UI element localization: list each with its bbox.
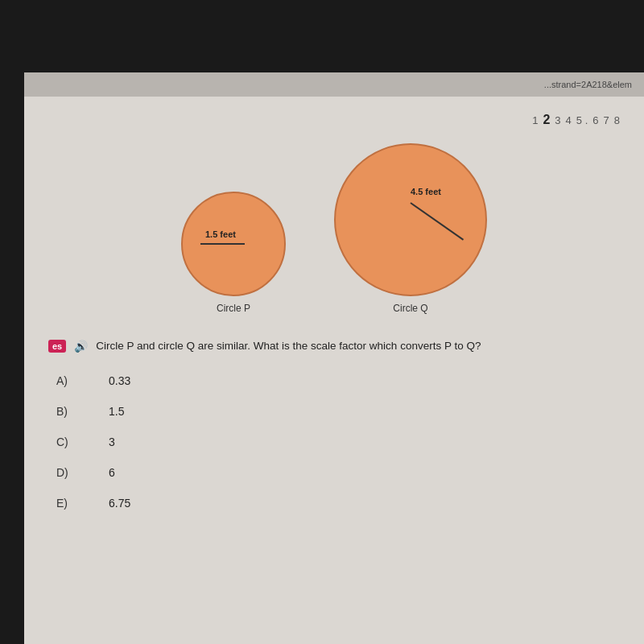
answer-label-e: E): [56, 497, 76, 510]
answer-row-a[interactable]: A) 0.33: [56, 374, 620, 387]
page-5[interactable]: 5 .: [576, 114, 588, 126]
radius-line-q: [410, 202, 464, 241]
answers-section: A) 0.33 B) 1.5 C) 3 D) 6 E) 6.75: [48, 374, 620, 510]
content-area: 1 2 3 4 5 . 6 7 8 1.5 feet Circle P 4.5 …: [24, 97, 644, 644]
answer-row-e[interactable]: E) 6.75: [56, 497, 620, 510]
question-text: Circle P and circle Q are similar. What …: [96, 338, 481, 354]
speaker-icon[interactable]: 🔊: [74, 340, 88, 353]
page-3[interactable]: 3: [555, 114, 560, 126]
circle-q-label: Circle Q: [393, 303, 427, 314]
circle-p: 1.5 feet: [181, 192, 286, 296]
pagination: 1 2 3 4 5 . 6 7 8: [532, 113, 620, 127]
circle-q-radius-label: 4.5 feet: [411, 187, 441, 196]
radius-line-p: [200, 243, 245, 245]
circle-q: 4.5 feet: [334, 143, 487, 296]
answer-value-a: 0.33: [109, 374, 130, 387]
answer-label-b: B): [56, 405, 76, 418]
answer-value-d: 6: [109, 466, 115, 479]
answer-row-c[interactable]: C) 3: [56, 436, 620, 448]
page-6[interactable]: 6: [592, 114, 598, 126]
answer-label-c: C): [56, 436, 76, 448]
answer-value-c: 3: [109, 436, 115, 448]
answer-value-b: 1.5: [109, 405, 124, 418]
page-4[interactable]: 4: [566, 114, 572, 126]
circles-diagram: 1.5 feet Circle P 4.5 feet Circle Q: [48, 143, 620, 314]
circle-q-wrapper: 4.5 feet Circle Q: [334, 143, 487, 314]
url-bar: ...strand=2A218&elem: [24, 72, 644, 97]
es-badge: es: [48, 340, 66, 353]
answer-label-d: D): [56, 466, 76, 479]
circle-p-radius-label: 1.5 feet: [205, 229, 236, 239]
answer-row-d[interactable]: D) 6: [56, 466, 620, 479]
page-2-current[interactable]: 2: [543, 113, 550, 127]
answer-value-e: 6.75: [109, 497, 130, 510]
circle-p-wrapper: 1.5 feet Circle P: [181, 192, 286, 314]
answer-label-a: A): [56, 374, 76, 387]
page-1[interactable]: 1: [532, 114, 538, 126]
pagination-bar: 1 2 3 4 5 . 6 7 8: [48, 113, 620, 127]
url-text: ...strand=2A218&elem: [544, 80, 632, 89]
question-section: es 🔊 Circle P and circle Q are similar. …: [48, 338, 620, 354]
circle-p-label: Circle P: [217, 303, 250, 314]
page-7[interactable]: 7: [604, 114, 609, 126]
answer-row-b[interactable]: B) 1.5: [56, 405, 620, 418]
page-8[interactable]: 8: [614, 114, 620, 126]
